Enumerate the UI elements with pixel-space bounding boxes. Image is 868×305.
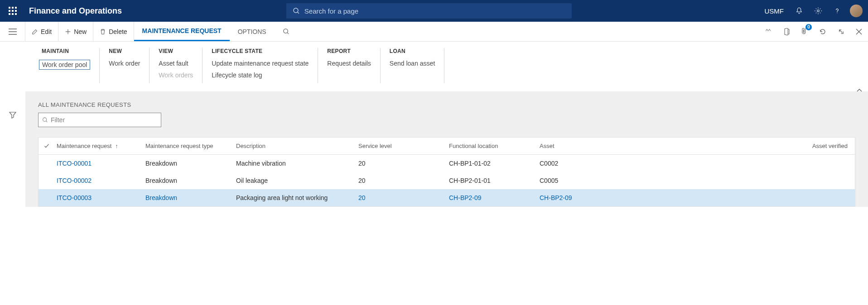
refresh-icon[interactable] (814, 22, 832, 42)
col-header-service-level[interactable]: Service level (358, 143, 449, 149)
cell-functional-location[interactable]: CH-BP2-09 (449, 194, 540, 201)
delete-button[interactable]: Delete (93, 22, 134, 41)
col-header-asset-verified[interactable]: Asset verified (634, 143, 855, 149)
filter-pane-icon[interactable] (9, 111, 16, 120)
ribbon-group: REPORTRequest details (318, 48, 381, 83)
app-title: Finance and Operations (29, 6, 122, 16)
col-header-description[interactable]: Description (236, 143, 358, 149)
tab-options[interactable]: OPTIONS (230, 22, 275, 41)
table-row[interactable]: ITCO-00003BreakdownPackaging area light … (39, 189, 855, 206)
cell-type: Breakdown (145, 177, 236, 184)
table-row[interactable]: ITCO-00002BreakdownOil leakage20CH-BP2-0… (39, 172, 855, 189)
svg-point-12 (43, 118, 47, 121)
search-icon (293, 7, 300, 14)
ribbon-group: LIFECYCLE STATEUpdate maintenance reques… (203, 48, 318, 83)
col-header-functional-location[interactable]: Functional location (449, 143, 540, 149)
ribbon-group-title: LOAN (390, 48, 435, 54)
new-label: New (74, 28, 87, 35)
ribbon: MAINTAINWork order poolNEWWork orderVIEW… (25, 42, 868, 91)
notifications-icon[interactable] (790, 0, 808, 22)
ribbon-group: NEWWork order (100, 48, 149, 83)
new-button[interactable]: New (58, 22, 93, 41)
company-selector[interactable]: USMF (764, 7, 784, 15)
tab-maintenance-request[interactable]: MAINTENANCE REQUEST (134, 22, 230, 41)
list-title: ALL MAINTENANCE REQUESTS (38, 101, 855, 108)
search-icon (42, 117, 48, 123)
ribbon-item[interactable]: Request details (327, 60, 371, 67)
close-icon[interactable] (850, 22, 868, 42)
trash-icon (100, 29, 106, 35)
cell-asset: C0005 (540, 177, 634, 184)
settings-icon[interactable] (809, 0, 827, 22)
cell-service-level: 20 (358, 177, 449, 184)
personalize-icon[interactable] (759, 22, 777, 42)
main-content: ALL MAINTENANCE REQUESTS Maintenance req… (25, 91, 868, 207)
svg-point-2 (817, 10, 820, 12)
help-icon[interactable] (828, 0, 846, 22)
action-pane: Edit New Delete MAINTENANCE REQUEST OPTI… (0, 22, 868, 42)
left-rail (0, 91, 25, 207)
edit-button[interactable]: Edit (25, 22, 58, 41)
header-right: USMF (764, 0, 864, 22)
nav-toggle-icon[interactable] (0, 22, 25, 41)
top-header: Finance and Operations USMF (0, 0, 868, 22)
action-pane-search-icon[interactable] (275, 22, 298, 41)
col-header-type[interactable]: Maintenance request type (145, 143, 236, 149)
svg-point-0 (294, 8, 298, 13)
delete-label: Delete (109, 28, 127, 35)
cell-type[interactable]: Breakdown (145, 194, 236, 201)
cell-description: Machine vibration (236, 160, 358, 167)
ribbon-item[interactable]: Update maintenance request state (212, 60, 309, 67)
cell-service-level[interactable]: 20 (358, 194, 449, 201)
user-avatar[interactable] (850, 5, 863, 17)
ribbon-group-title: REPORT (327, 48, 371, 54)
quick-filter-input[interactable] (51, 116, 157, 124)
ribbon-group: VIEWAsset faultWork orders (149, 48, 203, 83)
cell-service-level: 20 (358, 160, 449, 167)
sort-asc-icon: ↑ (115, 143, 118, 149)
cell-type: Breakdown (145, 160, 236, 167)
svg-line-13 (46, 121, 47, 122)
cell-maintenance-request[interactable]: ITCO-00003 (55, 194, 145, 201)
ribbon-group-title: VIEW (159, 48, 193, 54)
global-search[interactable] (286, 3, 572, 19)
ribbon-group-title: NEW (109, 48, 140, 54)
cell-maintenance-request[interactable]: ITCO-00002 (55, 177, 145, 184)
svg-line-1 (298, 12, 299, 14)
pencil-icon (32, 29, 38, 35)
col-header-maintenance-request[interactable]: Maintenance request ↑ (55, 143, 145, 149)
app-launcher-icon[interactable] (4, 0, 22, 22)
svg-line-9 (287, 33, 289, 34)
col-header-label: Maintenance request (57, 143, 111, 149)
cell-maintenance-request[interactable]: ITCO-00001 (55, 160, 145, 167)
office-icon[interactable] (777, 22, 796, 42)
col-header-asset[interactable]: Asset (540, 143, 634, 149)
select-all-checkbox[interactable] (39, 143, 55, 149)
table-row[interactable]: ITCO-00001BreakdownMachine vibration20CH… (39, 155, 855, 172)
ribbon-group-title: LIFECYCLE STATE (212, 48, 309, 54)
ribbon-item[interactable]: Send loan asset (390, 60, 435, 67)
ribbon-item[interactable]: Work order (109, 60, 140, 67)
cell-functional-location: CH-BP1-01-02 (449, 160, 540, 167)
svg-point-8 (284, 29, 288, 33)
ribbon-group-title: MAINTAIN (42, 48, 90, 54)
ribbon-item[interactable]: Asset fault (159, 60, 193, 67)
ribbon-group: LOANSend loan asset (381, 48, 444, 83)
global-search-input[interactable] (304, 7, 565, 15)
ribbon-item[interactable]: Lifecycle state log (212, 71, 309, 79)
collapse-ribbon-icon[interactable] (856, 87, 863, 95)
quick-filter[interactable] (38, 113, 161, 127)
attachments-badge: 0 (805, 24, 812, 30)
ribbon-item: Work orders (159, 71, 193, 79)
grid: Maintenance request ↑ Maintenance reques… (38, 137, 855, 207)
popout-icon[interactable] (832, 22, 850, 42)
body-area: ALL MAINTENANCE REQUESTS Maintenance req… (0, 91, 868, 207)
grid-header-row: Maintenance request ↑ Maintenance reques… (39, 138, 855, 155)
edit-label: Edit (41, 28, 52, 35)
cell-description: Packaging area light not working (236, 194, 358, 201)
action-pane-right: 0 (759, 22, 868, 41)
attachments-icon[interactable]: 0 (796, 22, 814, 42)
ribbon-item[interactable]: Work order pool (39, 60, 90, 70)
plus-icon (65, 29, 71, 35)
cell-asset[interactable]: CH-BP2-09 (540, 194, 634, 201)
